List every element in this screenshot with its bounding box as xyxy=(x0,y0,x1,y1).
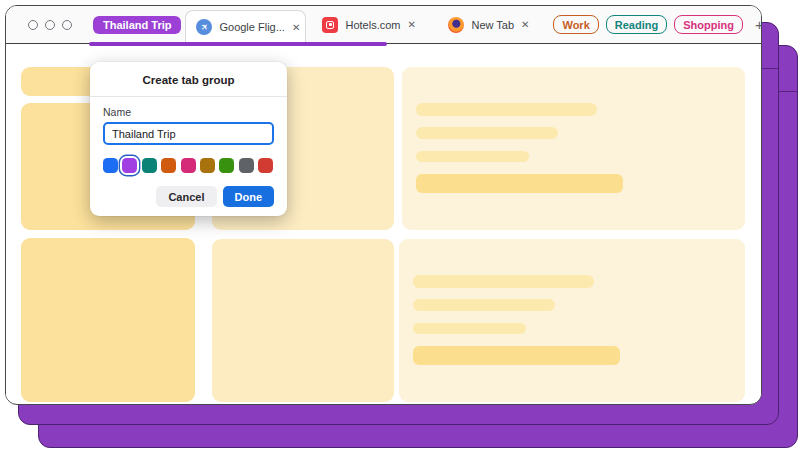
tab-group-underline xyxy=(89,42,387,46)
screen: Thailand Trip ✈ Google Flig... ✕ Hotels.… xyxy=(0,0,800,451)
tab-group-pill-work[interactable]: Work xyxy=(553,15,598,34)
color-swatch-blue[interactable] xyxy=(103,158,118,173)
firefox-icon xyxy=(448,17,464,33)
window-control-maximize[interactable] xyxy=(62,20,72,30)
name-label: Name xyxy=(103,106,274,118)
create-tab-group-dialog: Create tab group Name xyxy=(90,62,287,216)
placeholder-panel xyxy=(399,239,745,402)
done-button[interactable]: Done xyxy=(223,186,275,207)
hotels-icon xyxy=(322,17,338,33)
placeholder-block xyxy=(21,238,195,402)
placeholder-block xyxy=(212,239,394,402)
flights-icon: ✈ xyxy=(196,19,212,35)
new-tab-button[interactable]: + xyxy=(755,17,762,32)
window-controls[interactable] xyxy=(28,20,72,30)
placeholder-panel xyxy=(402,67,745,230)
color-swatch-green[interactable] xyxy=(219,158,234,173)
color-swatch-pink[interactable] xyxy=(181,158,196,173)
color-swatch-red[interactable] xyxy=(258,158,273,173)
color-swatch-row xyxy=(103,158,274,173)
placeholder-line xyxy=(416,127,558,139)
placeholder-line xyxy=(413,299,555,311)
placeholder-line xyxy=(413,346,620,365)
close-icon[interactable]: ✕ xyxy=(521,19,529,30)
color-swatch-gray[interactable] xyxy=(239,158,254,173)
color-swatch-brown[interactable] xyxy=(200,158,215,173)
window-control-minimize[interactable] xyxy=(45,20,55,30)
tab-group-badge[interactable]: Thailand Trip xyxy=(93,16,181,34)
tab-strip: Thailand Trip ✈ Google Flig... ✕ Hotels.… xyxy=(6,6,761,44)
collapsed-tab-groups: Work Reading Shopping xyxy=(553,15,742,34)
tab-hotels[interactable]: Hotels.com ✕ xyxy=(312,8,418,41)
tab-group-pill-reading[interactable]: Reading xyxy=(606,15,667,34)
cancel-button[interactable]: Cancel xyxy=(156,186,216,207)
group-name-input[interactable] xyxy=(103,122,274,145)
close-icon[interactable]: ✕ xyxy=(407,19,415,30)
tab-new-tab[interactable]: New Tab ✕ xyxy=(438,8,539,41)
tab-google-flights[interactable]: ✈ Google Flig... ✕ xyxy=(185,10,306,43)
color-swatch-purple[interactable] xyxy=(122,158,137,173)
placeholder-line xyxy=(416,174,623,193)
tab-label: Hotels.com xyxy=(345,19,400,31)
placeholder-line xyxy=(413,323,526,334)
tab-group-pill-shopping[interactable]: Shopping xyxy=(674,15,743,34)
color-swatch-orange[interactable] xyxy=(161,158,176,173)
tab-label: New Tab xyxy=(471,19,514,31)
tab-label: Google Flig... xyxy=(219,21,284,33)
placeholder-line xyxy=(416,151,529,162)
placeholder-line xyxy=(416,103,597,116)
placeholder-line xyxy=(413,275,594,288)
page-content: Create tab group Name xyxy=(6,44,761,402)
window-control-close[interactable] xyxy=(28,20,38,30)
color-swatch-teal[interactable] xyxy=(142,158,157,173)
close-icon[interactable]: ✕ xyxy=(292,22,300,33)
dialog-title: Create tab group xyxy=(90,62,287,96)
browser-window: Thailand Trip ✈ Google Flig... ✕ Hotels.… xyxy=(5,5,762,405)
